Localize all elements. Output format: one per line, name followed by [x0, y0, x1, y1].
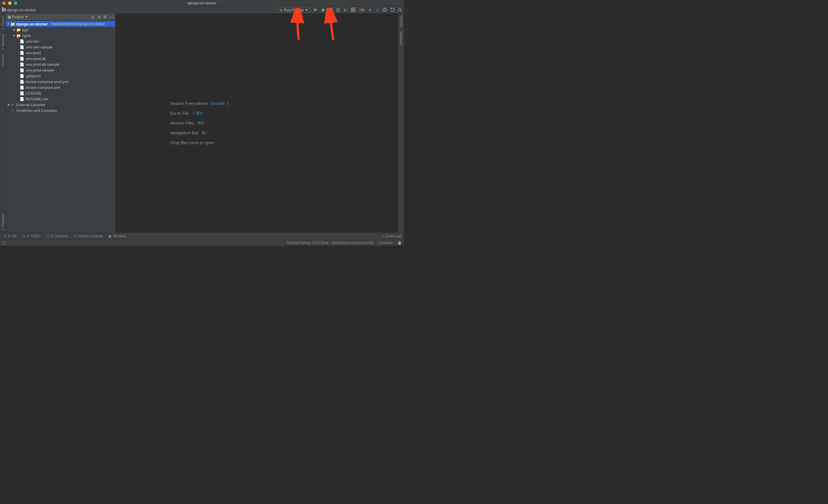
- tree-arrow-open-icon[interactable]: ▼: [7, 22, 10, 26]
- svg-line-5: [321, 11, 322, 11]
- tree-scratches[interactable]: ✎ Scratches and Consoles: [6, 107, 115, 113]
- tree-scratches-label: Scratches and Consoles: [16, 108, 57, 113]
- project-tree[interactable]: ▼ 📁 django-on-docker ~/repos/testdriven/…: [6, 20, 115, 232]
- file-icon: 📄: [19, 91, 24, 95]
- hint-shortcut: Double ⇧: [211, 101, 230, 106]
- python-icon: ⌬: [74, 234, 77, 238]
- hint-shortcut: ⌘E: [197, 121, 204, 126]
- project-tool-window: ▦ Project ◎ ⇲ ⚙ — ▼ 📁 django-on-docker ~…: [6, 13, 115, 232]
- svg-rect-12: [344, 11, 345, 11]
- tree-extlib-label: External Libraries: [16, 103, 45, 107]
- tree-file[interactable]: 📄.env.dev: [6, 38, 115, 44]
- tree-root[interactable]: ▼ 📁 django-on-docker ~/repos/testdriven/…: [6, 21, 115, 27]
- tool-git[interactable]: ⎇9: Git: [3, 234, 16, 238]
- status-interpreter[interactable]: Remote Python 3.8.0 Dock…cker/docker-com…: [287, 241, 374, 245]
- locate-icon[interactable]: ◎: [91, 15, 94, 19]
- attach-icon[interactable]: [343, 7, 348, 12]
- gutter-tab-commit[interactable]: Commit: [1, 52, 5, 68]
- folder-icon: [2, 8, 6, 11]
- profile-icon[interactable]: [336, 7, 340, 12]
- tool-terminal[interactable]: ▣Terminal: [108, 234, 125, 238]
- git-label: Git:: [360, 7, 365, 12]
- tree-file[interactable]: 📄.env.prod-sample: [6, 67, 115, 73]
- status-windows-icon[interactable]: ▢: [2, 241, 5, 245]
- history-icon[interactable]: [382, 7, 387, 12]
- hint-line: Navigation Bar ⌘↑: [170, 130, 230, 136]
- svg-line-17: [401, 10, 402, 11]
- stop-icon[interactable]: [351, 7, 356, 12]
- tree-file[interactable]: 📄.env.prod: [6, 50, 115, 56]
- tree-file[interactable]: 📄docker-compose.yml: [6, 85, 115, 90]
- debug-icon[interactable]: [321, 7, 325, 12]
- chevron-down-icon[interactable]: [26, 16, 28, 17]
- tree-file[interactable]: 📄README.md: [6, 96, 115, 102]
- file-icon: 📄: [19, 45, 24, 49]
- tree-file[interactable]: 📄LICENSE: [6, 90, 115, 96]
- gutter-tab-favorites[interactable]: 2: Favorites: [1, 211, 5, 232]
- run-icon[interactable]: [313, 7, 318, 12]
- tool-eventlog[interactable]: ◇Event Log: [382, 234, 401, 238]
- gutter-tab-structure[interactable]: 7: Structure: [1, 32, 5, 52]
- file-icon: 📄: [19, 39, 24, 44]
- title-bar: django-on-docker: [0, 0, 404, 6]
- tool-pyconsole[interactable]: ⌬Python Console: [74, 234, 103, 238]
- library-icon: ⊪: [10, 103, 15, 107]
- coverage-icon[interactable]: [328, 7, 333, 12]
- tree-file-name: .env.prod-sample: [26, 68, 54, 73]
- file-icon: 📄: [19, 80, 24, 84]
- hint-label: Drop files here to open: [170, 140, 214, 145]
- tree-file[interactable]: 📄.gitignore: [6, 73, 115, 79]
- hide-icon[interactable]: —: [110, 15, 113, 19]
- tree-folder-name: app: [22, 28, 28, 32]
- folder-icon: 📁: [10, 22, 15, 26]
- empty-editor-hints: Search Everywhere Double ⇧ Go to File ⇧⌘…: [170, 101, 230, 145]
- file-icon: 📄: [19, 62, 24, 66]
- run-config-selector[interactable]: dj Run Django: [277, 7, 310, 13]
- left-gutter: 1: Project 7: Structure Commit 2: Favori…: [0, 13, 6, 232]
- tree-file[interactable]: 📄.env.prod.db-sample: [6, 61, 115, 67]
- svg-marker-15: [390, 7, 391, 9]
- gear-icon[interactable]: ⚙: [103, 15, 107, 19]
- search-everywhere-icon[interactable]: [398, 7, 402, 12]
- tree-arrow-closed-icon[interactable]: ▶: [13, 34, 16, 37]
- file-icon: 📄: [19, 56, 24, 61]
- tree-arrow-closed-icon[interactable]: ▶: [13, 28, 16, 31]
- svg-marker-7: [330, 9, 331, 11]
- collapse-icon[interactable]: ⇲: [97, 15, 100, 19]
- rollback-icon[interactable]: [390, 7, 395, 12]
- tree-external-libraries[interactable]: ▶ ⊪ External Libraries: [6, 102, 115, 107]
- svg-line-3: [321, 9, 322, 9]
- tree-file[interactable]: 📄.env.dev-sample: [6, 44, 115, 50]
- project-view-label[interactable]: Project: [12, 15, 24, 19]
- tree-file-name: .env.dev: [26, 39, 39, 44]
- window-title: django-on-docker: [0, 1, 404, 5]
- gutter-tab-project[interactable]: 1: Project: [1, 13, 5, 32]
- toolbar-icons: Git: ✓: [313, 7, 402, 12]
- tree-file[interactable]: 📄docker-compose.prod.yml: [6, 79, 115, 85]
- svg-line-6: [324, 11, 325, 11]
- project-view-icon: ▦: [7, 15, 11, 19]
- hint-shortcut: ⌘↑: [201, 130, 208, 136]
- status-lock-icon[interactable]: 🔒: [397, 241, 402, 245]
- breadcrumb[interactable]: django-on-docker: [2, 8, 277, 12]
- tree-file-name: .env.prod.db-sample: [26, 62, 59, 66]
- services-icon: ◯: [46, 234, 50, 238]
- gutter-tab-sciview[interactable]: SciView: [400, 13, 403, 30]
- tree-arrow-closed-icon[interactable]: ▶: [7, 103, 10, 106]
- gutter-tab-database[interactable]: Database: [400, 30, 403, 48]
- tree-folder[interactable]: ▶ 📁 app: [6, 27, 115, 33]
- editor-area[interactable]: Search Everywhere Double ⇧ Go to File ⇧⌘…: [115, 13, 398, 232]
- git-commit-icon[interactable]: ✓: [375, 7, 380, 12]
- tree-file-name: docker-compose.yml: [26, 85, 60, 90]
- tree-file[interactable]: 📄.env.prod.db: [6, 56, 115, 61]
- right-gutter: SciView Database: [398, 13, 404, 232]
- tree-folder[interactable]: ▶ 📁 nginx: [6, 33, 115, 38]
- scratch-icon: ✎: [10, 108, 15, 113]
- file-icon: 📄: [19, 97, 24, 101]
- svg-marker-13: [346, 9, 347, 11]
- git-update-icon[interactable]: [368, 7, 372, 12]
- tool-services[interactable]: ◯8: Services: [46, 234, 68, 238]
- tool-todo[interactable]: ≔6: TODO: [22, 234, 41, 238]
- status-branch[interactable]: ⎇ master: [378, 241, 393, 245]
- hint-label: Recent Files: [170, 121, 194, 126]
